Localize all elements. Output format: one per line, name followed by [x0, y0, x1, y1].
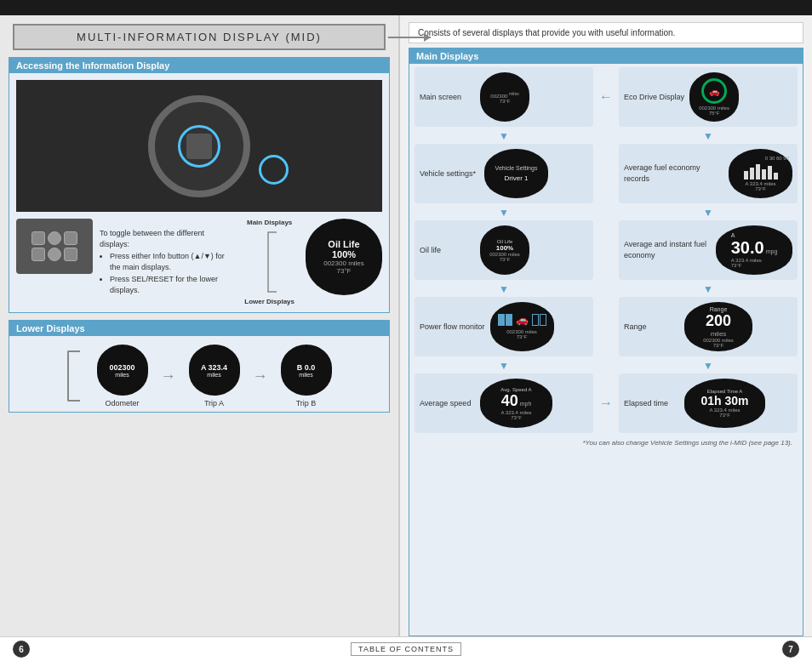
display-diagram: To toggle between the different displays…: [100, 219, 233, 305]
down-arrows-4: ▼ ▼: [415, 360, 798, 372]
pbar-1: [498, 314, 505, 326]
main-displays-box: Main Displays Main screen 002300 miles 7…: [409, 48, 803, 636]
avg-speed-display: Average speed Avg. Speed A 40 mph A 323.…: [415, 373, 593, 433]
main-displays-header: Main Displays: [409, 48, 803, 64]
toc-link[interactable]: TABLE OF CONTENTS: [351, 642, 461, 656]
lower-displays-brace-label: Lower Displays: [244, 298, 294, 305]
bar-1: [744, 171, 748, 179]
down-arrow-right-1: ▼: [619, 130, 798, 142]
footnote: *You can also change Vehicle Settings us…: [409, 436, 803, 449]
grid-row-2: Vehicle settings* Vehicle Settings Drive…: [415, 144, 798, 203]
grid-row-4: Power flow monitor 🚗 002300 miles: [415, 297, 798, 356]
eco-circle: 🚗: [701, 78, 727, 104]
bar-3: [756, 164, 760, 179]
odometer-item: 002300 miles Odometer: [97, 345, 148, 407]
lower-displays-section: Lower Displays 002300 miles Odometer → A…: [9, 320, 390, 413]
down-arrow-left-1: ▼: [415, 130, 593, 142]
avg-speed-label: Average speed: [420, 398, 475, 409]
trip-b-label: Trip B: [296, 399, 317, 407]
instant-fuel-card: Average and instant fuel economy A 30.0 …: [619, 220, 798, 280]
main-screen-display: Main screen 002300 miles 73°F: [415, 67, 593, 127]
down-arrow-left-3: ▼: [415, 283, 593, 295]
bottom-bar: 6 TABLE OF CONTENTS 7: [0, 636, 812, 661]
power-flow-label: Power flow monitor: [420, 322, 485, 333]
oil-life-oval: Oil Life 100% 002300 miles 73°F: [480, 225, 529, 275]
arrow-right-1: →: [161, 368, 176, 385]
grid-row-5: Average speed Avg. Speed A 40 mph A 323.…: [415, 373, 798, 433]
page-title: MULTI-INFORMATION DISPLAY (MID): [27, 31, 371, 43]
top-bar: [0, 0, 812, 15]
fuel-economy-card: Average fuel economy records 0 30 60 90: [619, 144, 798, 203]
ctrl-btn-6: [64, 248, 77, 261]
grid-row-3: Oil life Oil Life 100% 002300 miles 73°F: [415, 220, 798, 280]
vehicle-settings-label: Vehicle settings*: [420, 168, 479, 179]
bullet-1: Press either Info button (▲/▼) for the m…: [110, 251, 233, 274]
trip-b-oval: B 0.0 miles: [281, 345, 332, 396]
down-arrow-left-2: ▼: [415, 207, 593, 219]
steering-image: [16, 80, 382, 212]
pbar-4: [540, 314, 546, 326]
main-content: MULTI-INFORMATION DISPLAY (MID) Accessin…: [0, 15, 812, 636]
pbar-2: [506, 314, 512, 326]
power-flow-card: Power flow monitor 🚗 002300 miles: [415, 297, 593, 356]
avg-speed-oval: Avg. Speed A 40 mph A 323.4 miles 73°F: [480, 379, 552, 428]
down-arrow-right-4: ▼: [619, 360, 798, 372]
bar-2: [750, 168, 754, 179]
elapsed-time-display: Elapsed time Elapsed Time A 01h 30m A 32…: [619, 373, 798, 433]
main-screen-oval: 002300 miles 73°F: [480, 72, 529, 122]
main-screen-card: Main screen 002300 miles 73°F: [415, 67, 593, 127]
description-bar: Consists of several displays that provid…: [409, 22, 803, 43]
accessing-header: Accessing the Information Display: [9, 58, 389, 73]
title-arrow: [388, 37, 431, 38]
mid-title-bar: MULTI-INFORMATION DISPLAY (MID): [13, 24, 386, 50]
range-card: Range Range 200 miles 002300 miles 73°F: [619, 297, 798, 356]
pbar-3: [532, 314, 539, 326]
bar-6: [774, 173, 778, 179]
power-flow-display: Power flow monitor 🚗 002300 miles: [415, 297, 593, 356]
right-panel: Consists of several displays that provid…: [400, 15, 812, 636]
displays-grid-section: Main screen 002300 miles 73°F ← Eco Driv…: [409, 64, 803, 433]
lower-displays-header: Lower Displays: [9, 321, 389, 336]
ctrl-btn-4: [31, 248, 45, 261]
ctrl-btn-2: [48, 231, 61, 245]
instant-fuel-label: Average and instant fuel economy: [624, 239, 711, 260]
left-page-num: 6: [13, 641, 30, 658]
toggle-text: To toggle between the different displays…: [100, 228, 233, 297]
vehicle-settings-card: Vehicle settings* Vehicle Settings Drive…: [415, 144, 593, 203]
instant-fuel-oval: A 30.0 mpg A 323.4 miles 73°F: [716, 225, 792, 275]
down-arrows-3: ▼ ▼: [415, 283, 798, 295]
eco-drive-label: Eco Drive Display: [624, 92, 684, 103]
bullet-2: Press SEL/RESET for the lower displays.: [110, 274, 233, 297]
ctrl-btn-5: [48, 248, 61, 261]
lower-bracket: [67, 350, 80, 402]
trip-b-item: B 0.0 miles Trip B: [281, 345, 332, 407]
elapsed-time-label: Elapsed time: [624, 398, 679, 409]
left-panel: MULTI-INFORMATION DISPLAY (MID) Accessin…: [0, 15, 400, 636]
oil-life-card: Oil life Oil Life 100% 002300 miles 73°F: [415, 220, 593, 280]
accessing-section: Accessing the Information Display: [9, 57, 390, 313]
range-label: Range: [624, 322, 679, 333]
controls-image: [16, 219, 93, 274]
arrow-row5: →: [593, 396, 619, 411]
grid-row-1: Main screen 002300 miles 73°F ← Eco Driv…: [415, 67, 798, 127]
arrow-row1: ←: [593, 89, 619, 105]
power-bars: 🚗: [498, 314, 546, 326]
instant-fuel-display: Average and instant fuel economy A 30.0 …: [619, 220, 798, 280]
elapsed-time-card: Elapsed time Elapsed Time A 01h 30m A 32…: [619, 373, 798, 433]
oil-life-display: Oil life Oil Life 100% 002300 miles 73°F: [415, 220, 593, 280]
down-arrow-left-4: ▼: [415, 360, 593, 372]
trip-a-oval: A 323.4 miles: [189, 345, 240, 396]
btn-grid: [31, 231, 77, 261]
brace-section: Main Displays Lower Displays: [244, 219, 294, 305]
power-flow-oval: 🚗 002300 miles 73°F: [490, 302, 554, 351]
eco-car-icon: 🚗: [709, 87, 719, 96]
arrow-right-2: →: [253, 368, 268, 385]
vehicle-settings-display: Vehicle settings* Vehicle Settings Drive…: [415, 144, 593, 203]
circle-overlay-2: [259, 155, 289, 185]
down-arrows-2: ▼ ▼: [415, 207, 798, 219]
toggle-bullets: Press either Info button (▲/▼) for the m…: [100, 251, 233, 297]
fuel-economy-label: Average fuel economy records: [624, 162, 723, 184]
main-oval: Oil Life 100% 002300 miles 73°F: [306, 219, 382, 295]
accessing-content: To toggle between the different displays…: [9, 73, 389, 312]
oil-life-label: Oil life: [420, 245, 475, 256]
